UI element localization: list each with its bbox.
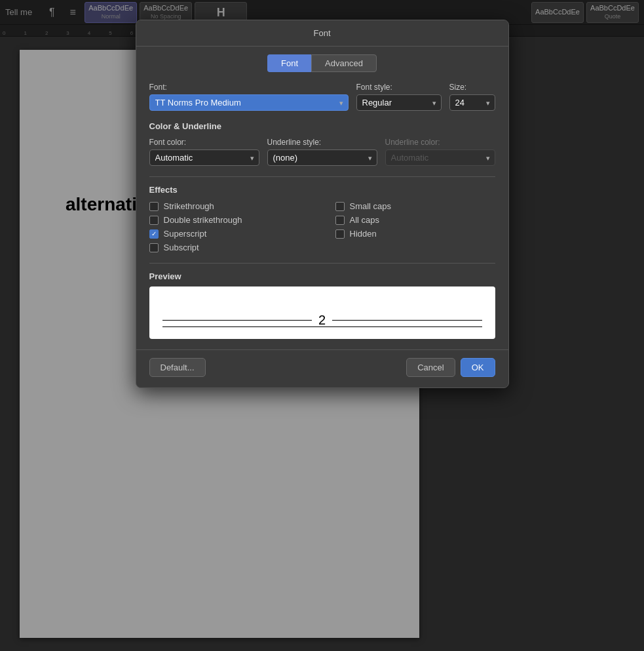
font-label: Font: (149, 83, 349, 92)
effect-hidden[interactable]: Hidden (335, 229, 495, 239)
underline-style-label: Underline style: (267, 138, 377, 147)
effect-double-strikethrough[interactable]: Double strikethrough (149, 215, 309, 225)
underline-color-group: Underline color: Automatic (385, 138, 495, 166)
preview-title: Preview (149, 271, 495, 281)
effect-subscript[interactable]: Subscript (149, 243, 309, 252)
effect-superscript[interactable]: Superscript (149, 229, 309, 239)
dialog-titlebar: Font (136, 20, 508, 47)
font-size-group: Size: 24 891011 12141618 20222628 364872 (449, 83, 495, 111)
divider-preview (149, 263, 495, 264)
hidden-label: Hidden (350, 229, 377, 239)
preview-box: 2 (149, 286, 495, 339)
font-color-group: Font color: Automatic (149, 138, 259, 166)
underline-style-select[interactable]: (none) (267, 149, 377, 166)
font-row: Font: TT Norms Pro Medium Font style: Re… (149, 83, 495, 111)
all-caps-label: All caps (350, 215, 380, 225)
font-style-group: Font style: Regular Bold Italic Bold Ita… (356, 83, 442, 111)
font-size-select[interactable]: 24 891011 12141618 20222628 364872 (449, 94, 495, 111)
font-style-select-wrapper: Regular Bold Italic Bold Italic (356, 94, 442, 111)
dialog-body: Font: TT Norms Pro Medium Font style: Re… (136, 72, 508, 349)
font-size-select-wrapper: 24 891011 12141618 20222628 364872 (449, 94, 495, 111)
effects-grid: Strikethrough Small caps Double striketh… (149, 201, 495, 252)
color-underline-section: Color & Underline Font color: Automatic … (149, 121, 495, 166)
underline-color-label: Underline color: (385, 138, 495, 147)
all-caps-checkbox (335, 216, 345, 225)
color-underline-title: Color & Underline (149, 121, 495, 131)
footer-right: Cancel OK (406, 358, 495, 377)
effect-strikethrough[interactable]: Strikethrough (149, 201, 309, 211)
font-dialog: Font Font Advanced Font: TT Norms Pro Me… (136, 20, 509, 388)
hidden-checkbox (335, 229, 345, 239)
superscript-checkbox (149, 229, 159, 239)
underline-style-select-wrapper: (none) (267, 149, 377, 166)
color-underline-row: Font color: Automatic Underline style: (… (149, 138, 495, 166)
preview-line-left (162, 320, 312, 321)
font-name-group: Font: TT Norms Pro Medium (149, 83, 349, 111)
preview-char: 2 (318, 313, 326, 328)
default-button[interactable]: Default... (149, 358, 206, 377)
superscript-label: Superscript (164, 229, 207, 239)
font-style-label: Font style: (356, 83, 442, 92)
double-strikethrough-checkbox (149, 216, 159, 225)
preview-lines: 2 (149, 313, 495, 328)
font-select-wrapper: TT Norms Pro Medium (149, 94, 349, 111)
ok-button[interactable]: OK (461, 358, 495, 377)
strikethrough-label: Strikethrough (164, 201, 214, 211)
subscript-label: Subscript (164, 243, 199, 252)
divider-effects (149, 176, 495, 177)
font-select[interactable]: TT Norms Pro Medium (149, 94, 349, 111)
font-color-label: Font color: (149, 138, 259, 147)
underline-color-select[interactable]: Automatic (385, 149, 495, 166)
strikethrough-checkbox (149, 202, 159, 211)
modal-overlay: Font Font Advanced Font: TT Norms Pro Me… (0, 0, 644, 651)
small-caps-label: Small caps (350, 201, 392, 211)
cancel-button[interactable]: Cancel (406, 358, 455, 377)
small-caps-checkbox (335, 202, 345, 211)
dialog-tabs: Font Advanced (136, 47, 508, 72)
effects-section: Effects Strikethrough Small caps Double … (149, 185, 495, 252)
preview-section: Preview 2 (149, 271, 495, 339)
effect-small-caps[interactable]: Small caps (335, 201, 495, 211)
size-label: Size: (449, 83, 495, 92)
tab-font[interactable]: Font (267, 54, 311, 72)
dialog-footer: Default... Cancel OK (136, 349, 508, 387)
tab-advanced[interactable]: Advanced (311, 54, 377, 72)
dialog-title: Font (313, 28, 330, 38)
effect-all-caps[interactable]: All caps (335, 215, 495, 225)
font-style-select[interactable]: Regular Bold Italic Bold Italic (356, 94, 442, 111)
preview-line-right (332, 320, 482, 321)
double-strikethrough-label: Double strikethrough (164, 215, 242, 225)
font-color-select[interactable]: Automatic (149, 149, 259, 166)
effects-title: Effects (149, 185, 495, 195)
underline-style-group: Underline style: (none) (267, 138, 377, 166)
underline-color-select-wrapper: Automatic (385, 149, 495, 166)
font-color-select-wrapper: Automatic (149, 149, 259, 166)
subscript-checkbox (149, 243, 159, 252)
